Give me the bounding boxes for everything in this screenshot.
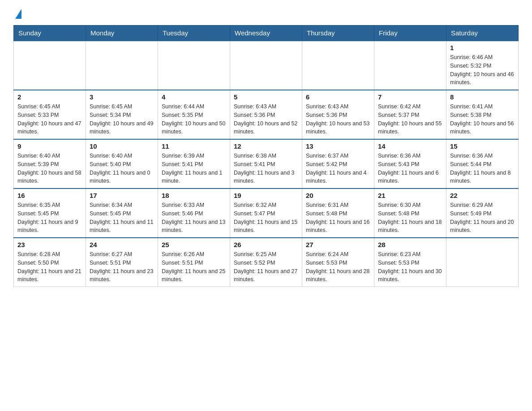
day-info: Sunrise: 6:24 AMSunset: 5:53 PMDaylight:… [306, 250, 370, 284]
calendar-day-cell: 19Sunrise: 6:32 AMSunset: 5:47 PMDayligh… [230, 188, 302, 238]
calendar-day-cell: 15Sunrise: 6:36 AMSunset: 5:44 PMDayligh… [446, 139, 519, 188]
day-info: Sunrise: 6:27 AMSunset: 5:51 PMDaylight:… [90, 250, 154, 284]
day-info: Sunrise: 6:31 AMSunset: 5:48 PMDaylight:… [306, 201, 370, 235]
calendar-day-cell: 27Sunrise: 6:24 AMSunset: 5:53 PMDayligh… [302, 238, 374, 287]
day-info: Sunrise: 6:44 AMSunset: 5:35 PMDaylight:… [162, 103, 226, 136]
day-info: Sunrise: 6:32 AMSunset: 5:47 PMDaylight:… [234, 201, 298, 235]
day-info: Sunrise: 6:34 AMSunset: 5:45 PMDaylight:… [90, 201, 154, 235]
day-number: 16 [17, 192, 82, 199]
calendar-day-cell [230, 41, 302, 90]
day-info: Sunrise: 6:38 AMSunset: 5:41 PMDaylight:… [234, 152, 298, 185]
day-number: 2 [17, 93, 82, 101]
calendar-day-cell [158, 41, 230, 90]
calendar-day-cell: 25Sunrise: 6:26 AMSunset: 5:51 PMDayligh… [158, 238, 230, 287]
calendar-day-cell: 26Sunrise: 6:25 AMSunset: 5:52 PMDayligh… [230, 238, 302, 287]
day-number: 28 [378, 241, 442, 248]
day-number: 18 [162, 192, 226, 199]
calendar-day-cell: 10Sunrise: 6:40 AMSunset: 5:40 PMDayligh… [86, 139, 158, 188]
day-of-week-header: Sunday [14, 26, 86, 41]
calendar-day-cell: 21Sunrise: 6:30 AMSunset: 5:48 PMDayligh… [374, 188, 446, 238]
day-info: Sunrise: 6:46 AMSunset: 5:32 PMDaylight:… [450, 53, 515, 87]
day-info: Sunrise: 6:25 AMSunset: 5:52 PMDaylight:… [234, 250, 298, 284]
day-info: Sunrise: 6:29 AMSunset: 5:49 PMDaylight:… [450, 201, 515, 235]
day-info: Sunrise: 6:35 AMSunset: 5:45 PMDaylight:… [17, 201, 82, 235]
calendar-day-cell [302, 41, 374, 90]
day-info: Sunrise: 6:39 AMSunset: 5:41 PMDaylight:… [162, 152, 226, 185]
calendar-week-row: 9Sunrise: 6:40 AMSunset: 5:39 PMDaylight… [14, 139, 519, 188]
calendar-day-cell: 14Sunrise: 6:36 AMSunset: 5:43 PMDayligh… [374, 139, 446, 188]
day-info: Sunrise: 6:43 AMSunset: 5:36 PMDaylight:… [234, 103, 298, 136]
calendar-day-cell: 24Sunrise: 6:27 AMSunset: 5:51 PMDayligh… [86, 238, 158, 287]
calendar-day-cell: 1Sunrise: 6:46 AMSunset: 5:32 PMDaylight… [446, 41, 519, 90]
day-info: Sunrise: 6:37 AMSunset: 5:42 PMDaylight:… [306, 152, 370, 185]
day-info: Sunrise: 6:26 AMSunset: 5:51 PMDaylight:… [162, 250, 226, 284]
calendar-day-cell: 13Sunrise: 6:37 AMSunset: 5:42 PMDayligh… [302, 139, 374, 188]
day-number: 1 [450, 44, 515, 51]
calendar-day-cell: 9Sunrise: 6:40 AMSunset: 5:39 PMDaylight… [14, 139, 86, 188]
calendar-day-cell: 16Sunrise: 6:35 AMSunset: 5:45 PMDayligh… [14, 188, 86, 238]
calendar-day-cell: 5Sunrise: 6:43 AMSunset: 5:36 PMDaylight… [230, 90, 302, 139]
day-info: Sunrise: 6:41 AMSunset: 5:38 PMDaylight:… [450, 103, 515, 136]
calendar-week-row: 2Sunrise: 6:45 AMSunset: 5:33 PMDaylight… [14, 90, 519, 139]
day-info: Sunrise: 6:43 AMSunset: 5:36 PMDaylight:… [306, 103, 370, 136]
calendar-header-row: SundayMondayTuesdayWednesdayThursdayFrid… [14, 26, 519, 41]
day-number: 17 [90, 192, 154, 199]
day-of-week-header: Saturday [446, 26, 519, 41]
day-number: 8 [450, 93, 515, 101]
day-number: 12 [234, 142, 298, 150]
calendar-week-row: 16Sunrise: 6:35 AMSunset: 5:45 PMDayligh… [14, 188, 519, 238]
calendar-day-cell: 6Sunrise: 6:43 AMSunset: 5:36 PMDaylight… [302, 90, 374, 139]
day-number: 21 [378, 192, 442, 199]
day-number: 7 [378, 93, 442, 101]
day-number: 6 [306, 93, 370, 101]
logo [13, 9, 21, 18]
day-info: Sunrise: 6:23 AMSunset: 5:53 PMDaylight:… [378, 250, 442, 284]
calendar-day-cell: 2Sunrise: 6:45 AMSunset: 5:33 PMDaylight… [14, 90, 86, 139]
day-info: Sunrise: 6:45 AMSunset: 5:33 PMDaylight:… [17, 103, 82, 136]
day-number: 11 [162, 142, 226, 150]
day-number: 15 [450, 142, 515, 150]
day-number: 9 [17, 142, 82, 150]
day-info: Sunrise: 6:36 AMSunset: 5:44 PMDaylight:… [450, 152, 515, 185]
calendar-week-row: 1Sunrise: 6:46 AMSunset: 5:32 PMDaylight… [14, 41, 519, 90]
calendar-day-cell [374, 41, 446, 90]
calendar-day-cell [14, 41, 86, 90]
calendar-day-cell [86, 41, 158, 90]
day-number: 4 [162, 93, 226, 101]
calendar-day-cell: 28Sunrise: 6:23 AMSunset: 5:53 PMDayligh… [374, 238, 446, 287]
day-number: 5 [234, 93, 298, 101]
calendar-day-cell: 22Sunrise: 6:29 AMSunset: 5:49 PMDayligh… [446, 188, 519, 238]
day-info: Sunrise: 6:36 AMSunset: 5:43 PMDaylight:… [378, 152, 442, 185]
calendar-week-row: 23Sunrise: 6:28 AMSunset: 5:50 PMDayligh… [14, 238, 519, 287]
day-info: Sunrise: 6:42 AMSunset: 5:37 PMDaylight:… [378, 103, 442, 136]
calendar-day-cell [446, 238, 519, 287]
day-number: 23 [17, 241, 82, 248]
day-number: 27 [306, 241, 370, 248]
day-number: 24 [90, 241, 154, 248]
day-info: Sunrise: 6:30 AMSunset: 5:48 PMDaylight:… [378, 201, 442, 235]
day-info: Sunrise: 6:28 AMSunset: 5:50 PMDaylight:… [17, 250, 82, 284]
day-info: Sunrise: 6:33 AMSunset: 5:46 PMDaylight:… [162, 201, 226, 235]
day-of-week-header: Thursday [302, 26, 374, 41]
day-number: 20 [306, 192, 370, 199]
day-info: Sunrise: 6:40 AMSunset: 5:40 PMDaylight:… [90, 152, 154, 185]
day-info: Sunrise: 6:40 AMSunset: 5:39 PMDaylight:… [17, 152, 82, 185]
day-number: 25 [162, 241, 226, 248]
day-of-week-header: Tuesday [158, 26, 230, 41]
day-number: 13 [306, 142, 370, 150]
day-number: 10 [90, 142, 154, 150]
calendar-day-cell: 8Sunrise: 6:41 AMSunset: 5:38 PMDaylight… [446, 90, 519, 139]
day-number: 26 [234, 241, 298, 248]
page-header [13, 9, 519, 18]
day-of-week-header: Wednesday [230, 26, 302, 41]
calendar-table: SundayMondayTuesdayWednesdayThursdayFrid… [13, 25, 519, 287]
day-number: 14 [378, 142, 442, 150]
calendar-day-cell: 4Sunrise: 6:44 AMSunset: 5:35 PMDaylight… [158, 90, 230, 139]
day-of-week-header: Friday [374, 26, 446, 41]
day-of-week-header: Monday [86, 26, 158, 41]
calendar-day-cell: 23Sunrise: 6:28 AMSunset: 5:50 PMDayligh… [14, 238, 86, 287]
calendar-day-cell: 12Sunrise: 6:38 AMSunset: 5:41 PMDayligh… [230, 139, 302, 188]
calendar-day-cell: 17Sunrise: 6:34 AMSunset: 5:45 PMDayligh… [86, 188, 158, 238]
calendar-day-cell: 11Sunrise: 6:39 AMSunset: 5:41 PMDayligh… [158, 139, 230, 188]
logo-triangle-icon [15, 9, 21, 19]
